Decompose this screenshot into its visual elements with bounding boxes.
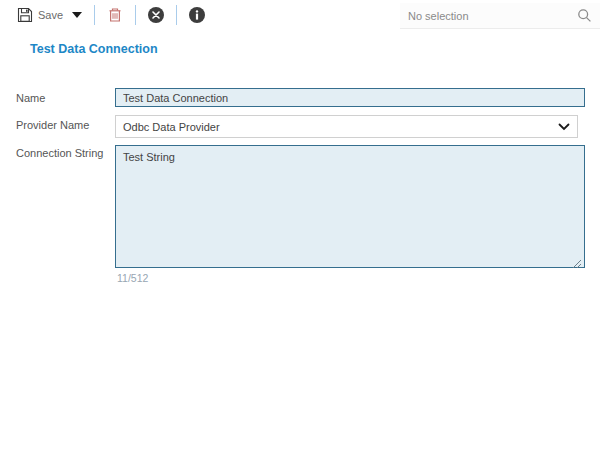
- close-button[interactable]: [143, 4, 169, 26]
- info-button[interactable]: [184, 4, 210, 26]
- search-box[interactable]: [400, 3, 600, 29]
- close-circle-icon: [148, 7, 164, 23]
- magnifier-icon[interactable]: [577, 8, 592, 23]
- name-input[interactable]: [115, 88, 585, 107]
- caret-down-icon: [72, 12, 82, 18]
- delete-button[interactable]: [102, 4, 128, 26]
- save-dropdown-button[interactable]: [68, 9, 87, 21]
- toolbar: Save: [0, 0, 600, 30]
- toolbar-separator: [176, 5, 177, 25]
- toolbar-separator: [135, 5, 136, 25]
- name-label: Name: [16, 92, 45, 104]
- save-button-label: Save: [38, 9, 63, 21]
- toolbar-separator: [94, 5, 95, 25]
- provider-select-value: Odbc Data Provider: [123, 121, 558, 133]
- info-circle-icon: [189, 7, 205, 23]
- floppy-disk-icon: [17, 7, 33, 23]
- provider-select[interactable]: Odbc Data Provider: [115, 115, 578, 138]
- page-title: Test Data Connection: [30, 42, 158, 56]
- connection-string-label: Connection String: [16, 147, 103, 159]
- trash-icon: [107, 7, 123, 23]
- save-button[interactable]: Save: [12, 4, 68, 26]
- connection-string-textarea[interactable]: [115, 145, 585, 268]
- search-input[interactable]: [408, 10, 577, 22]
- chevron-down-icon: [558, 123, 570, 131]
- provider-name-label: Provider Name: [16, 119, 89, 131]
- char-counter: 11/512: [117, 272, 148, 284]
